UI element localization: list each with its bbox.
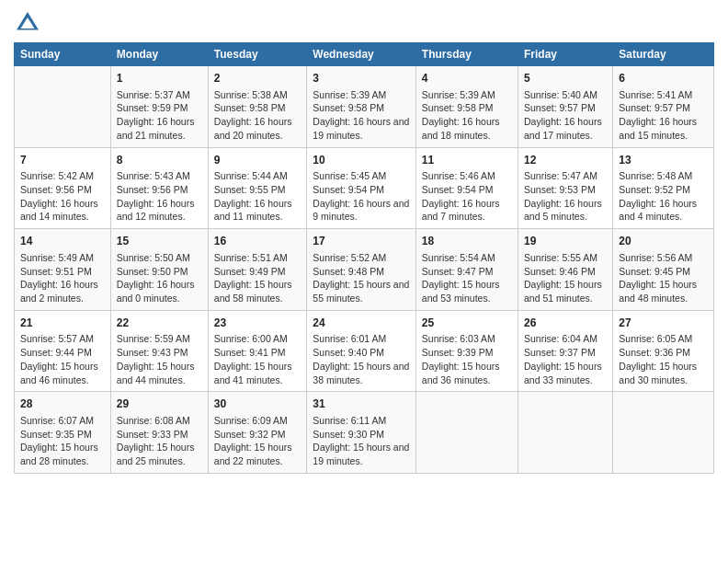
- cell-sunset: Sunset: 9:56 PM: [20, 183, 105, 197]
- day-number: 27: [619, 316, 708, 331]
- cell-sunset: Sunset: 9:45 PM: [619, 265, 708, 279]
- cell-sunset: Sunset: 9:59 PM: [117, 101, 202, 115]
- cell-sunset: Sunset: 9:39 PM: [422, 346, 512, 360]
- cell-daylight: Daylight: 16 hours and 19 minutes.: [313, 115, 410, 142]
- day-number: 26: [524, 316, 607, 331]
- cell-sunrise: Sunrise: 5:42 AM: [20, 169, 105, 183]
- cell-sunrise: Sunrise: 5:47 AM: [524, 169, 607, 183]
- calendar-cell: 9 Sunrise: 5:44 AM Sunset: 9:55 PM Dayli…: [208, 147, 306, 229]
- cell-daylight: Daylight: 15 hours and 46 minutes.: [20, 360, 105, 386]
- cell-daylight: Daylight: 15 hours and 51 minutes.: [524, 278, 607, 304]
- cell-daylight: Daylight: 16 hours and 2 minutes.: [20, 278, 105, 304]
- day-number: 4: [422, 71, 512, 86]
- day-number: 9: [214, 153, 301, 168]
- day-number: 16: [214, 234, 301, 249]
- cell-sunrise: Sunrise: 6:07 AM: [20, 414, 105, 428]
- day-number: 6: [619, 71, 708, 86]
- logo-icon: [14, 9, 41, 37]
- cell-sunset: Sunset: 9:40 PM: [313, 346, 410, 360]
- logo: [14, 9, 45, 37]
- cell-sunrise: Sunrise: 5:45 AM: [313, 169, 410, 183]
- week-row-1: 1 Sunrise: 5:37 AM Sunset: 9:59 PM Dayli…: [15, 66, 714, 148]
- cell-sunset: Sunset: 9:57 PM: [619, 101, 708, 115]
- calendar-cell: 15 Sunrise: 5:50 AM Sunset: 9:50 PM Dayl…: [110, 229, 208, 311]
- week-row-4: 21 Sunrise: 5:57 AM Sunset: 9:44 PM Dayl…: [15, 310, 714, 392]
- week-row-3: 14 Sunrise: 5:49 AM Sunset: 9:51 PM Dayl…: [15, 229, 714, 311]
- day-number: 13: [619, 153, 708, 168]
- cell-sunrise: Sunrise: 5:39 AM: [422, 88, 512, 102]
- cell-daylight: Daylight: 15 hours and 48 minutes.: [619, 278, 708, 304]
- cell-daylight: Daylight: 15 hours and 53 minutes.: [422, 278, 512, 304]
- cell-sunset: Sunset: 9:58 PM: [422, 101, 512, 115]
- cell-sunset: Sunset: 9:33 PM: [117, 428, 202, 442]
- col-header-tuesday: Tuesday: [208, 43, 306, 66]
- day-number: 28: [20, 396, 105, 412]
- col-header-thursday: Thursday: [415, 43, 518, 66]
- cell-sunrise: Sunrise: 5:41 AM: [619, 88, 708, 102]
- day-number: 15: [117, 234, 202, 249]
- cell-sunrise: Sunrise: 6:03 AM: [422, 332, 512, 346]
- cell-sunrise: Sunrise: 5:49 AM: [20, 251, 105, 265]
- cell-daylight: Daylight: 16 hours and 14 minutes.: [20, 197, 105, 224]
- cell-daylight: Daylight: 15 hours and 33 minutes.: [524, 360, 607, 386]
- cell-daylight: Daylight: 15 hours and 55 minutes.: [313, 278, 410, 304]
- cell-sunrise: Sunrise: 5:52 AM: [313, 251, 410, 265]
- cell-sunset: Sunset: 9:41 PM: [214, 346, 301, 360]
- cell-daylight: Daylight: 16 hours and 9 minutes.: [313, 197, 410, 224]
- page-header: [14, 9, 714, 37]
- cell-sunset: Sunset: 9:32 PM: [214, 428, 301, 442]
- day-number: 11: [422, 153, 512, 168]
- cell-daylight: Daylight: 16 hours and 21 minutes.: [117, 115, 202, 142]
- calendar-cell: [415, 392, 518, 474]
- cell-sunrise: Sunrise: 6:11 AM: [313, 414, 410, 428]
- calendar-cell: [518, 392, 613, 474]
- cell-sunrise: Sunrise: 5:40 AM: [524, 88, 607, 102]
- cell-daylight: Daylight: 16 hours and 17 minutes.: [524, 115, 607, 142]
- calendar-cell: 24 Sunrise: 6:01 AM Sunset: 9:40 PM Dayl…: [307, 310, 416, 392]
- cell-sunrise: Sunrise: 5:57 AM: [20, 332, 105, 346]
- cell-daylight: Daylight: 15 hours and 28 minutes.: [20, 441, 105, 467]
- calendar-cell: 4 Sunrise: 5:39 AM Sunset: 9:58 PM Dayli…: [415, 66, 518, 148]
- cell-sunset: Sunset: 9:54 PM: [422, 183, 512, 197]
- day-number: 24: [313, 316, 410, 331]
- calendar-cell: 25 Sunrise: 6:03 AM Sunset: 9:39 PM Dayl…: [415, 310, 518, 392]
- day-number: 3: [313, 71, 410, 86]
- calendar-cell: 1 Sunrise: 5:37 AM Sunset: 9:59 PM Dayli…: [110, 66, 208, 148]
- cell-daylight: Daylight: 15 hours and 58 minutes.: [214, 278, 301, 304]
- calendar-cell: 10 Sunrise: 5:45 AM Sunset: 9:54 PM Dayl…: [307, 147, 416, 229]
- cell-sunrise: Sunrise: 5:46 AM: [422, 169, 512, 183]
- day-number: 18: [422, 234, 512, 249]
- cell-sunrise: Sunrise: 5:54 AM: [422, 251, 512, 265]
- col-header-friday: Friday: [518, 43, 613, 66]
- calendar-cell: 6 Sunrise: 5:41 AM Sunset: 9:57 PM Dayli…: [613, 66, 714, 148]
- cell-daylight: Daylight: 15 hours and 25 minutes.: [117, 441, 202, 467]
- cell-sunset: Sunset: 9:51 PM: [20, 265, 105, 279]
- cell-sunset: Sunset: 9:57 PM: [524, 101, 607, 115]
- col-header-monday: Monday: [110, 43, 208, 66]
- cell-sunset: Sunset: 9:47 PM: [422, 265, 512, 279]
- cell-sunset: Sunset: 9:50 PM: [117, 265, 202, 279]
- calendar-cell: 21 Sunrise: 5:57 AM Sunset: 9:44 PM Dayl…: [15, 310, 111, 392]
- day-number: 2: [214, 71, 301, 86]
- day-number: 23: [214, 316, 301, 331]
- cell-daylight: Daylight: 16 hours and 12 minutes.: [117, 197, 202, 224]
- day-number: 8: [117, 153, 202, 168]
- cell-sunset: Sunset: 9:52 PM: [619, 183, 708, 197]
- day-number: 10: [313, 153, 410, 168]
- cell-daylight: Daylight: 15 hours and 36 minutes.: [422, 360, 512, 386]
- calendar-cell: 3 Sunrise: 5:39 AM Sunset: 9:58 PM Dayli…: [307, 66, 416, 148]
- calendar-cell: 7 Sunrise: 5:42 AM Sunset: 9:56 PM Dayli…: [15, 147, 111, 229]
- cell-sunset: Sunset: 9:30 PM: [313, 428, 410, 442]
- cell-daylight: Daylight: 16 hours and 7 minutes.: [422, 197, 512, 224]
- calendar-cell: 20 Sunrise: 5:56 AM Sunset: 9:45 PM Dayl…: [613, 229, 714, 311]
- cell-daylight: Daylight: 16 hours and 0 minutes.: [117, 278, 202, 304]
- cell-daylight: Daylight: 15 hours and 22 minutes.: [214, 441, 301, 467]
- cell-sunrise: Sunrise: 6:08 AM: [117, 414, 202, 428]
- cell-sunset: Sunset: 9:48 PM: [313, 265, 410, 279]
- cell-sunrise: Sunrise: 5:39 AM: [313, 88, 410, 102]
- cell-sunrise: Sunrise: 5:51 AM: [214, 251, 301, 265]
- cell-sunrise: Sunrise: 5:44 AM: [214, 169, 301, 183]
- day-number: 22: [117, 316, 202, 331]
- calendar-cell: 31 Sunrise: 6:11 AM Sunset: 9:30 PM Dayl…: [307, 392, 416, 474]
- cell-sunset: Sunset: 9:56 PM: [117, 183, 202, 197]
